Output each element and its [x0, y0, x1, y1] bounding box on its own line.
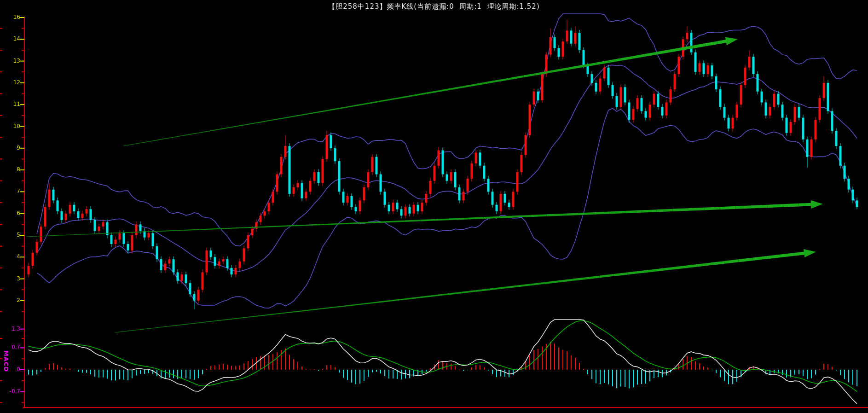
price-tick-label: 3: [0, 275, 20, 282]
kline-chart-canvas[interactable]: [0, 0, 868, 413]
price-tick-label: 4: [0, 253, 20, 260]
price-tick-label: 9: [0, 145, 20, 151]
price-tick-label: 16: [0, 14, 20, 20]
price-tick-label: 12: [0, 79, 20, 86]
chart-title: 【胆258中123】频率K线(当前遗漏:0 周期:1 理论周期:1.52): [0, 2, 868, 11]
price-tick-label: 7: [0, 188, 20, 194]
price-tick-label: 6: [0, 210, 20, 216]
price-tick-label: 5: [0, 232, 20, 238]
price-tick-label: 13: [0, 58, 20, 64]
price-tick-label: 8: [0, 166, 20, 173]
price-tick-label: 11: [0, 101, 20, 107]
price-tick-label: 2: [0, 297, 20, 303]
macd-tick-label: -0.7: [0, 388, 20, 395]
kline-chart-window: 【胆258中123】频率K线(当前遗漏:0 周期:1 理论周期:1.52) 16…: [0, 0, 868, 413]
price-tick-label: 14: [0, 35, 20, 42]
price-tick-label: 10: [0, 123, 20, 129]
macd-indicator-label: MACD: [3, 348, 10, 375]
macd-tick-label: 1.3: [0, 326, 20, 332]
